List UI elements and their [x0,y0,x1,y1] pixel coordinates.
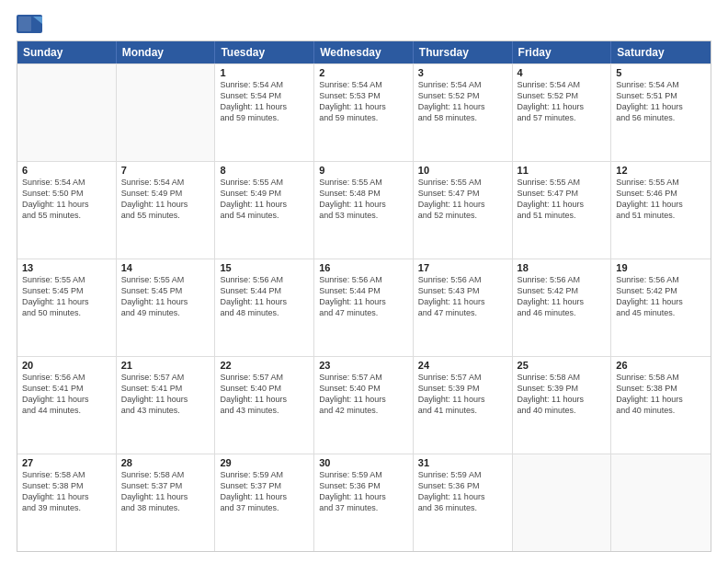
cell-line: Daylight: 11 hours [220,296,309,307]
day-number: 26 [616,360,706,371]
day-number: 18 [518,262,607,273]
calendar-cell: 20Sunrise: 5:56 AMSunset: 5:41 PMDayligh… [17,357,117,454]
calendar-row: 13Sunrise: 5:55 AMSunset: 5:45 PMDayligh… [17,259,711,356]
calendar-row: 27Sunrise: 5:58 AMSunset: 5:38 PMDayligh… [17,454,711,551]
calendar-cell [117,64,216,161]
cell-line: Sunset: 5:38 PM [22,480,111,491]
cell-line: Sunset: 5:39 PM [418,383,507,394]
cell-line: Daylight: 11 hours [418,199,507,210]
cell-line: Sunrise: 5:58 AM [616,372,706,383]
weekday-header: Monday [117,41,216,63]
cell-line: Daylight: 11 hours [518,394,607,405]
cell-line: Sunrise: 5:59 AM [319,469,408,480]
cell-line: Sunrise: 5:54 AM [518,79,607,90]
cell-line: and 54 minutes. [220,210,309,221]
cell-line: and 52 minutes. [418,210,507,221]
day-number: 19 [616,262,706,273]
calendar-cell: 21Sunrise: 5:57 AMSunset: 5:41 PMDayligh… [117,357,216,454]
cell-line: Sunrise: 5:58 AM [518,372,607,383]
weekday-header: Sunday [17,41,117,63]
day-number: 29 [220,457,309,468]
calendar-container: SundayMondayTuesdayWednesdayThursdayFrid… [0,0,728,563]
cell-line: Sunrise: 5:56 AM [518,274,607,285]
cell-line: and 40 minutes. [518,405,607,416]
calendar-cell: 4Sunrise: 5:54 AMSunset: 5:52 PMDaylight… [513,64,612,161]
calendar-cell: 27Sunrise: 5:58 AMSunset: 5:38 PMDayligh… [17,454,117,551]
calendar-cell: 11Sunrise: 5:55 AMSunset: 5:47 PMDayligh… [513,162,612,259]
cell-line: Sunrise: 5:55 AM [616,177,706,188]
cell-line: Sunset: 5:47 PM [518,188,607,199]
day-number: 28 [121,457,210,468]
cell-line: Sunrise: 5:55 AM [220,177,309,188]
calendar-cell: 7Sunrise: 5:54 AMSunset: 5:49 PMDaylight… [117,162,216,259]
cell-line: Daylight: 11 hours [121,491,210,502]
cell-line: Daylight: 11 hours [22,296,111,307]
cell-line: Sunset: 5:36 PM [319,480,408,491]
calendar-cell: 2Sunrise: 5:54 AMSunset: 5:53 PMDaylight… [314,64,414,161]
day-number: 9 [319,165,408,176]
cell-line: and 55 minutes. [121,210,210,221]
cell-line: Daylight: 11 hours [418,101,507,112]
day-number: 10 [418,165,507,176]
cell-line: Sunrise: 5:55 AM [518,177,607,188]
cell-line: Daylight: 11 hours [220,101,309,112]
cell-line: and 37 minutes. [319,502,408,513]
cell-line: and 36 minutes. [418,502,507,513]
cell-line: Sunset: 5:51 PM [616,90,706,101]
day-number: 27 [22,457,111,468]
cell-line: Sunrise: 5:54 AM [220,79,309,90]
calendar-cell: 18Sunrise: 5:56 AMSunset: 5:42 PMDayligh… [513,259,612,356]
cell-line: Daylight: 11 hours [319,199,408,210]
cell-line: Sunset: 5:52 PM [518,90,607,101]
cell-line: and 39 minutes. [22,502,111,513]
calendar-header: SundayMondayTuesdayWednesdayThursdayFrid… [17,41,711,63]
day-number: 24 [418,360,507,371]
calendar-row: 20Sunrise: 5:56 AMSunset: 5:41 PMDayligh… [17,356,711,454]
svg-rect-2 [18,17,31,31]
calendar-cell: 24Sunrise: 5:57 AMSunset: 5:39 PMDayligh… [414,357,513,454]
cell-line: and 48 minutes. [220,307,309,318]
day-number: 3 [418,67,507,78]
cell-line: Daylight: 11 hours [121,296,210,307]
day-number: 31 [418,457,507,468]
calendar-cell: 15Sunrise: 5:56 AMSunset: 5:44 PMDayligh… [215,259,314,356]
logo [17,15,46,33]
cell-line: Daylight: 11 hours [616,199,706,210]
cell-line: and 44 minutes. [22,405,111,416]
cell-line: Sunset: 5:38 PM [616,383,706,394]
cell-line: Daylight: 11 hours [220,491,309,502]
cell-line: and 51 minutes. [616,210,706,221]
cell-line: Sunset: 5:37 PM [121,480,210,491]
calendar-cell: 31Sunrise: 5:59 AMSunset: 5:36 PMDayligh… [414,454,513,551]
cell-line: Sunset: 5:44 PM [319,285,408,296]
cell-line: and 59 minutes. [220,112,309,123]
cell-line: Sunrise: 5:55 AM [22,274,111,285]
day-number: 8 [220,165,309,176]
weekday-header: Friday [513,41,612,63]
cell-line: Sunset: 5:46 PM [616,188,706,199]
cell-line: Daylight: 11 hours [616,101,706,112]
cell-line: Sunrise: 5:56 AM [22,372,111,383]
calendar-cell: 16Sunrise: 5:56 AMSunset: 5:44 PMDayligh… [314,259,414,356]
calendar-cell: 25Sunrise: 5:58 AMSunset: 5:39 PMDayligh… [513,357,612,454]
cell-line: and 43 minutes. [220,405,309,416]
cell-line: and 56 minutes. [616,112,706,123]
cell-line: Daylight: 11 hours [22,394,111,405]
cell-line: Sunset: 5:41 PM [22,383,111,394]
cell-line: Sunset: 5:37 PM [220,480,309,491]
day-number: 1 [220,67,309,78]
cell-line: and 47 minutes. [319,307,408,318]
cell-line: Sunset: 5:42 PM [616,285,706,296]
cell-line: Daylight: 11 hours [518,296,607,307]
day-number: 23 [319,360,408,371]
cell-line: Sunset: 5:44 PM [220,285,309,296]
calendar-cell: 1Sunrise: 5:54 AMSunset: 5:54 PMDaylight… [215,64,314,161]
day-number: 20 [22,360,111,371]
day-number: 7 [121,165,210,176]
cell-line: Daylight: 11 hours [121,394,210,405]
cell-line: and 41 minutes. [418,405,507,416]
cell-line: Sunset: 5:41 PM [121,383,210,394]
day-number: 14 [121,262,210,273]
day-number: 11 [518,165,607,176]
cell-line: Sunrise: 5:54 AM [121,177,210,188]
